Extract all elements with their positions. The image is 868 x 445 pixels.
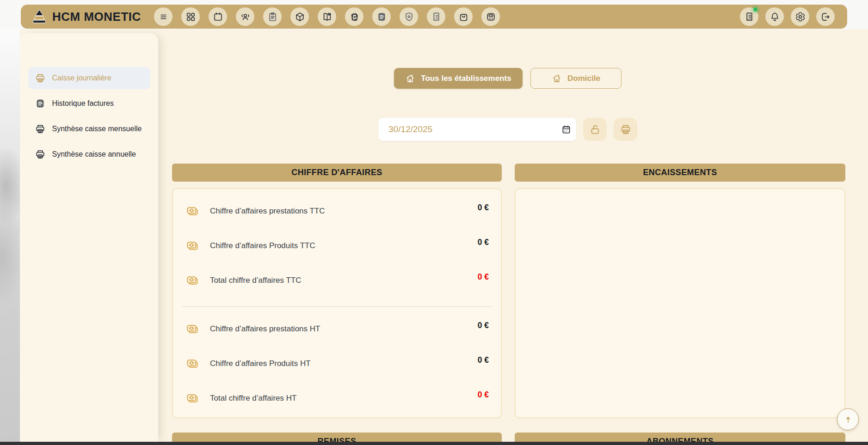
encaissements-card — [515, 188, 845, 418]
lock-open-icon — [589, 123, 601, 135]
brand-logo-icon — [31, 9, 48, 24]
date-field — [378, 118, 576, 141]
cube-icon[interactable] — [290, 7, 309, 26]
domicile-button[interactable]: Domicile — [530, 68, 622, 89]
home-icon — [405, 73, 415, 84]
home-icon — [552, 73, 562, 84]
banknote-icon — [186, 323, 199, 335]
notes-copy-icon[interactable] — [345, 7, 363, 26]
section-header-chiffre-affaires: CHIFFRE D'AFFAIRES — [172, 164, 502, 182]
invoices-icon[interactable] — [372, 7, 391, 26]
receipt-icon[interactable] — [427, 7, 445, 26]
amount-label: Chiffre d’affaires prestations HT — [210, 324, 320, 334]
amount-row: Total chiffre d’affaires HT 0 € — [173, 381, 501, 415]
sidebar: Caisse journalière Historique factures S… — [20, 33, 158, 442]
apps-icon[interactable] — [181, 7, 200, 26]
amount-label: Chiffre d’affaires Produits TTC — [210, 241, 315, 250]
amount-row: Chiffre d’affaires prestations TTC 0 € — [173, 194, 501, 228]
amount-label: Chiffre d’affaires prestations TTC — [210, 207, 325, 216]
amount-value: 0 € — [478, 390, 489, 400]
menu-icon[interactable] — [154, 7, 172, 26]
shopping-bag-icon[interactable] — [454, 7, 473, 26]
amount-value: 0 € — [478, 355, 489, 365]
amount-row: Total chiffre d’affaires TTC 0 € — [173, 263, 501, 298]
notification-dot-badge — [753, 7, 757, 12]
printer-icon — [34, 123, 46, 135]
brand: HCM MONETIC — [21, 9, 141, 24]
amount-label: Total chiffre d’affaires HT — [210, 394, 296, 403]
cash-register-icon[interactable] — [481, 7, 500, 26]
group-divider — [182, 306, 492, 307]
team-icon[interactable] — [236, 7, 254, 26]
invoice-chip-icon — [34, 98, 46, 110]
banknote-icon — [186, 239, 199, 252]
amount-label: Total chiffre d’affaires TTC — [210, 276, 301, 285]
printer-icon — [620, 123, 632, 135]
print-button[interactable] — [614, 118, 637, 141]
header-nav-icons — [154, 7, 500, 26]
banknote-icon — [186, 205, 199, 218]
sidebar-item-caisse-journaliere[interactable]: Caisse journalière — [28, 67, 150, 89]
logout-icon[interactable] — [816, 7, 835, 26]
scroll-to-top-button[interactable] — [837, 408, 859, 430]
amount-value: 0 € — [478, 203, 489, 213]
amount-value: 0 € — [478, 321, 489, 330]
section-header-encaissements: ENCAISSEMENTS — [515, 164, 845, 182]
brand-name: HCM MONETIC — [52, 10, 141, 24]
banknote-icon — [186, 357, 199, 370]
activity-receipt-icon[interactable] — [740, 7, 758, 26]
date-input[interactable] — [378, 124, 556, 134]
clipboard-icon[interactable] — [263, 7, 282, 26]
bottom-edge-bar — [0, 442, 868, 445]
amount-value: 0 € — [478, 272, 489, 282]
banknote-icon — [186, 392, 199, 405]
banknote-icon — [186, 274, 199, 287]
shield-star-icon[interactable] — [400, 7, 418, 26]
app-screen: HCM MONETIC Caisse journalière Historiqu… — [0, 0, 868, 445]
sidebar-menu: Caisse journalière Historique factures S… — [20, 33, 158, 165]
amount-value: 0 € — [478, 238, 489, 247]
all-establishments-button[interactable]: Tous les établissements — [394, 68, 523, 89]
unlock-button[interactable] — [583, 118, 607, 141]
amount-row: Chiffre d’affaires Produits HT 0 € — [173, 346, 501, 381]
top-bar: HCM MONETIC — [21, 5, 847, 29]
sidebar-item-synthese-caisse-mensuelle[interactable]: Synthèse caisse mensuelle — [28, 118, 150, 140]
sidebar-item-historique-factures[interactable]: Historique factures — [28, 92, 150, 115]
header-right-icons — [740, 7, 835, 26]
catalog-book-icon[interactable] — [318, 7, 336, 26]
printer-icon — [34, 148, 46, 160]
calendar-icon[interactable] — [209, 7, 227, 26]
notifications-bell-icon[interactable] — [765, 7, 784, 26]
amount-row: Chiffre d’affaires prestations HT 0 € — [173, 311, 501, 346]
printer-icon — [34, 72, 46, 84]
amount-row: Chiffre d’affaires Produits TTC 0 € — [173, 228, 501, 263]
arrow-up-icon — [843, 415, 853, 425]
calendar-picker-icon[interactable] — [556, 119, 576, 140]
settings-gear-icon[interactable] — [791, 7, 809, 26]
chiffre-affaires-card: Chiffre d’affaires prestations TTC 0 € C… — [172, 188, 502, 418]
sidebar-item-synthese-caisse-annuelle[interactable]: Synthèse caisse annuelle — [28, 143, 150, 165]
amount-label: Chiffre d’affaires Produits HT — [210, 359, 311, 368]
left-gutter — [0, 29, 20, 442]
